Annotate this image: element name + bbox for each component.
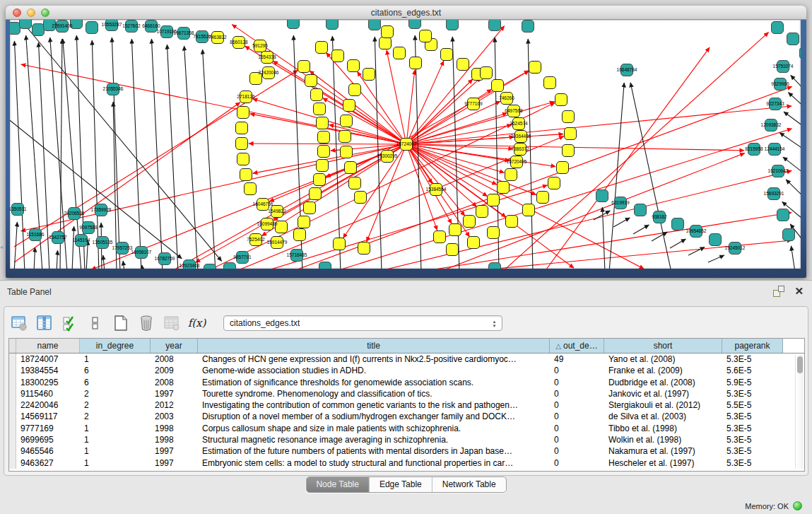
paper-node[interactable] [334, 238, 346, 250]
cell-in_degree[interactable]: 2 [80, 388, 151, 399]
column-header-year[interactable]: year [151, 339, 198, 353]
external-paper-node[interactable] [319, 262, 331, 269]
paper-node[interactable] [314, 174, 326, 186]
network-canvas[interactable]: 2769140610553287152760264661601071918516… [10, 20, 801, 269]
table-row[interactable]: 946362711997Embryonic stem cells: a mode… [9, 457, 804, 469]
reference-edge[interactable] [131, 39, 141, 269]
table-body[interactable]: 1872400712008Changes of HCN gene express… [9, 354, 804, 469]
external-paper-node[interactable] [288, 20, 300, 29]
cell-name[interactable]: 22420046 [16, 399, 80, 411]
paper-node[interactable] [420, 30, 432, 42]
citation-edge[interactable] [406, 61, 444, 144]
paper-node[interactable] [314, 103, 326, 115]
external-paper-node[interactable] [635, 204, 647, 216]
citation-edge[interactable] [406, 89, 492, 144]
cell-year[interactable]: 1997 [151, 445, 198, 457]
reference-edge[interactable] [21, 21, 222, 261]
reference-edge[interactable] [670, 239, 686, 248]
cell-short[interactable]: Jankovic et al. (1997) [604, 388, 722, 399]
external-paper-node[interactable] [204, 264, 216, 269]
external-paper-node[interactable] [783, 229, 795, 241]
cell-year[interactable]: 1998 [151, 423, 198, 434]
external-paper-node[interactable] [447, 20, 459, 30]
cell-pagerank[interactable]: 5.6E-5 [722, 365, 783, 376]
collapsed-panel-arrow-icon[interactable]: ◂ [0, 244, 5, 251]
paper-node[interactable] [345, 162, 357, 174]
table-row[interactable]: 969969511998Structural magnetic resonanc… [9, 434, 804, 445]
paper-node[interactable] [481, 67, 493, 79]
column-header-name[interactable]: name [16, 339, 80, 353]
cell-name[interactable]: 18300295 [16, 377, 80, 388]
paper-node[interactable] [237, 107, 249, 119]
paper-node[interactable] [563, 111, 575, 123]
cell-pagerank[interactable]: 5.3E-5 [722, 434, 783, 445]
table-row[interactable]: 1938455462009Genome-wide association stu… [9, 365, 804, 376]
table-row[interactable]: 1872400712008Changes of HCN gene express… [9, 354, 804, 365]
cell-pagerank[interactable]: 5.3E-5 [722, 445, 783, 457]
paper-node[interactable] [394, 47, 406, 59]
paper-node[interactable] [317, 117, 329, 129]
cell-title[interactable]: Embryonic stem cells: a model to study s… [198, 457, 550, 469]
cell-short[interactable]: Yano et al. (2008) [604, 354, 722, 365]
cell-out_de[interactable]: 0 [550, 388, 604, 399]
cell-short[interactable]: Nakamura et al. (1997) [604, 445, 722, 457]
external-paper-node[interactable] [369, 20, 381, 30]
paper-node[interactable] [339, 131, 351, 143]
cell-year[interactable]: 1998 [151, 434, 198, 445]
table-row[interactable]: 911546021997Tourette syndrome. Phenomeno… [9, 388, 804, 399]
cell-name[interactable]: 14569117 [16, 411, 80, 422]
paper-node[interactable] [498, 182, 510, 194]
paper-node[interactable] [348, 60, 360, 72]
cell-out_de[interactable]: 0 [550, 434, 604, 445]
column-header-short[interactable]: short [604, 339, 722, 353]
cell-year[interactable]: 2008 [151, 354, 198, 365]
function-builder-icon[interactable]: f(x) [188, 315, 206, 332]
external-paper-node[interactable] [20, 20, 32, 29]
external-paper-node[interactable] [522, 21, 534, 33]
tab-node-table[interactable]: Node Table [306, 477, 369, 492]
cell-title[interactable]: Tourette syndrome. Phenomenology and cla… [198, 388, 550, 399]
cell-year[interactable]: 2009 [151, 365, 198, 376]
external-paper-node[interactable] [800, 47, 801, 59]
reference-edge[interactable] [630, 83, 671, 269]
paper-node[interactable] [410, 57, 422, 69]
cell-title[interactable]: Disruption of a novel member of a sodium… [198, 411, 550, 422]
cell-title[interactable]: Investigating the contribution of common… [198, 399, 550, 411]
paper-node[interactable] [311, 89, 323, 101]
cell-in_degree[interactable]: 1 [80, 445, 151, 457]
cell-year[interactable]: 2012 [151, 399, 198, 411]
paper-node[interactable] [332, 50, 344, 62]
paper-node[interactable] [447, 244, 459, 256]
cell-title[interactable]: Changes of HCN gene expression and I(f) … [198, 354, 550, 365]
paper-node[interactable] [544, 77, 556, 89]
table-row[interactable]: 1830029562008Estimation of significance … [9, 377, 804, 388]
external-paper-node[interactable] [672, 218, 684, 230]
cell-short[interactable]: Tibbo et al. (1998) [604, 423, 722, 434]
cell-pagerank[interactable]: 5.5E-5 [722, 399, 783, 411]
external-paper-node[interactable] [326, 20, 339, 30]
reference-edge[interactable] [784, 112, 801, 128]
reference-edge[interactable] [633, 225, 649, 234]
paper-node[interactable] [505, 169, 517, 181]
citation-edge[interactable] [249, 144, 406, 144]
table-scrollbar[interactable] [795, 355, 804, 469]
paper-node[interactable] [363, 69, 375, 81]
paper-node[interactable] [506, 216, 518, 228]
citation-graph[interactable]: 2769140610553287152760264661601071918516… [10, 20, 801, 269]
tab-network-table[interactable]: Network Table [432, 477, 506, 492]
reference-edge[interactable] [688, 247, 705, 255]
citation-edge[interactable] [406, 144, 744, 151]
paper-node[interactable] [529, 62, 541, 74]
reference-edge[interactable] [76, 35, 85, 269]
paper-node[interactable] [349, 177, 361, 189]
node-table[interactable]: namein_degreeyeartitle△out_de…shortpager… [8, 338, 805, 472]
close-panel-icon[interactable]: ✕ [794, 286, 804, 297]
column-visibility-icon[interactable] [35, 315, 53, 332]
cell-short[interactable]: Dudbridge et al. (2008) [604, 377, 722, 388]
reference-edge[interactable] [103, 255, 105, 269]
float-window-icon[interactable] [773, 286, 784, 297]
table-settings-icon[interactable] [10, 315, 28, 332]
paper-node[interactable] [434, 231, 446, 243]
reference-edge[interactable] [332, 36, 341, 269]
cell-name[interactable]: 9777169 [16, 423, 80, 434]
